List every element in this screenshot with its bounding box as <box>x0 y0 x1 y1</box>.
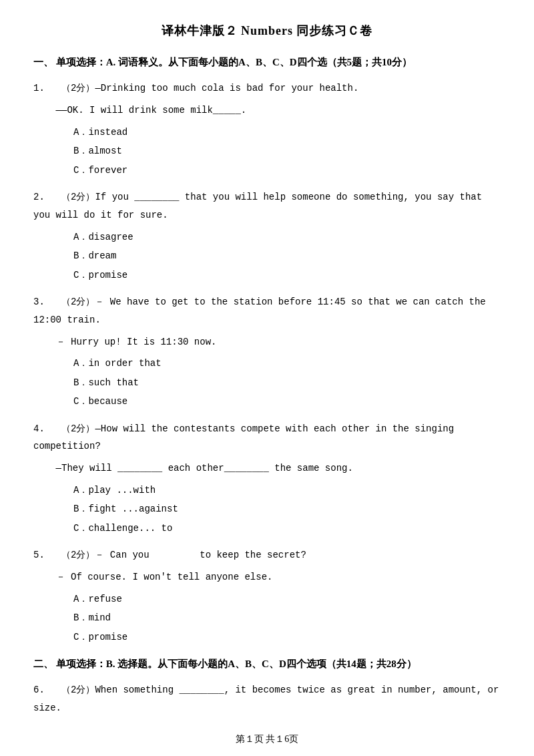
question-5-text: 5. （2分）－ Can you to keep the secret? <box>33 546 501 564</box>
question-4-text: 4. （2分）—How will the contestants compete… <box>33 420 501 455</box>
question-4-optionA: A．play ...with <box>73 482 501 500</box>
question-2-optionC: C．promise <box>73 266 501 285</box>
section2-header: 二、 单项选择：B. 选择题。从下面每小题的A、B、C、D四个选项（共14题；共… <box>33 655 501 673</box>
question-2-optionB: B．dream <box>73 247 501 265</box>
question-5-optionC: C．promise <box>73 628 501 646</box>
question-6-text: 6. （2分）When something ________, it becom… <box>33 681 501 717</box>
question-5-optionB: B．mind <box>73 609 501 627</box>
question-1-optionB: B．almost <box>73 142 501 160</box>
question-3-optionA: A．in order that <box>73 355 501 373</box>
question-2-text: 2. （2分）If you ________ that you will hel… <box>33 188 501 224</box>
question-4-optionB: B．fight ...against <box>73 500 501 518</box>
question-3-optionC: C．because <box>73 393 501 411</box>
question-5: 5. （2分）－ Can you to keep the secret? － O… <box>33 546 501 646</box>
question-1-text: 1. （2分）—Drinking too much cola is bad fo… <box>33 79 501 98</box>
question-1: 1. （2分）—Drinking too much cola is bad fo… <box>33 79 501 179</box>
question-2-optionA: A．disagree <box>73 228 501 246</box>
page-title: 译林牛津版２ Numbers 同步练习Ｃ卷 <box>33 20 501 41</box>
question-2: 2. （2分）If you ________ that you will hel… <box>33 188 501 284</box>
section1-header: 一、 单项选择：A. 词语释义。从下面每小题的A、B、C、D四个选（共5题；共1… <box>33 53 501 71</box>
question-4: 4. （2分）—How will the contestants compete… <box>33 420 501 538</box>
question-3: 3. （2分）－ We have to get to the station b… <box>33 293 501 411</box>
question-1-optionA: A．instead <box>73 124 501 142</box>
question-4-optionC: C．challenge... to <box>73 520 501 538</box>
question-6: 6. （2分）When something ________, it becom… <box>33 681 501 717</box>
page-footer: 第１页 共１6页 <box>33 731 501 747</box>
question-1-line2: ——OK. I will drink some milk_____. <box>33 102 501 120</box>
question-5-line2: － Of course. I won't tell anyone else. <box>33 568 501 586</box>
question-1-optionC: C．forever <box>73 162 501 180</box>
question-4-line2: —They will ________ each other________ t… <box>33 459 501 478</box>
question-3-text: 3. （2分）－ We have to get to the station b… <box>33 293 501 329</box>
question-3-optionB: B．such that <box>73 374 501 392</box>
question-5-optionA: A．refuse <box>73 590 501 608</box>
question-3-line2: － Hurry up! It is 11:30 now. <box>33 333 501 351</box>
